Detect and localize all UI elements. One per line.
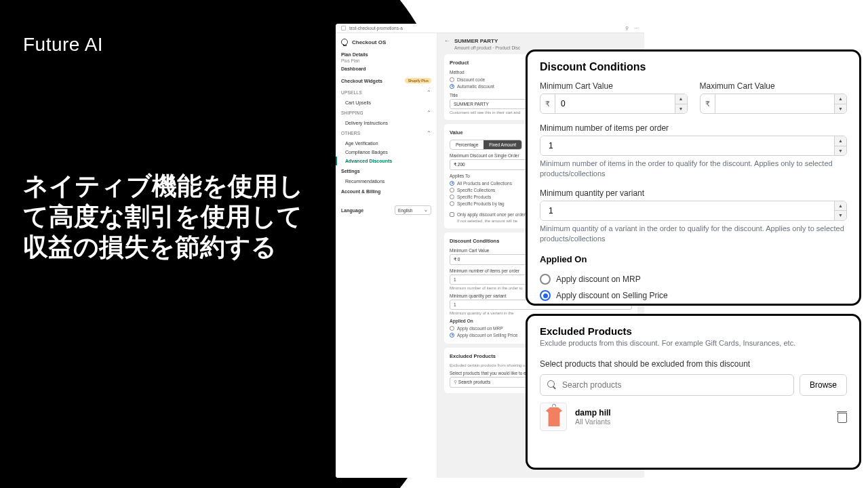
min-items-input[interactable]: ▲▼ bbox=[540, 136, 847, 156]
sidebar-item-recommendations[interactable]: Recommendations bbox=[341, 177, 431, 186]
overlay2-title: Excluded Products bbox=[540, 325, 847, 337]
sidebar-plan-sub: Plus Plan bbox=[341, 58, 431, 63]
max-cart-input[interactable]: ₹ ▲▼ bbox=[700, 94, 848, 114]
overlay1-title: Discount Conditions bbox=[540, 61, 847, 73]
select-products-label: Select products that should be excluded … bbox=[540, 359, 847, 369]
product-thumbnail bbox=[540, 403, 567, 431]
plus-badge: Shopify Plus bbox=[405, 78, 431, 83]
step-up-icon[interactable]: ▲ bbox=[835, 136, 846, 146]
radio-apply-selling[interactable]: Apply discount on Selling Price bbox=[540, 287, 847, 304]
sidebar-account[interactable]: Account & Billing bbox=[341, 186, 431, 197]
min-items-label: Minimum number of items per order bbox=[540, 123, 847, 133]
search-products-input[interactable] bbox=[540, 374, 794, 396]
group-others[interactable]: OTHERS⌃ bbox=[341, 127, 431, 139]
sidebar-settings[interactable]: Settings bbox=[341, 165, 431, 177]
min-cart-label: Minimum Cart Value bbox=[540, 81, 688, 91]
bulb-icon bbox=[341, 39, 348, 45]
step-down-icon[interactable]: ▼ bbox=[675, 104, 687, 114]
store-icon bbox=[341, 26, 346, 30]
product-variants: All Variants bbox=[575, 418, 611, 426]
topbar: test-checkout-promotions-a ⚲⋯ bbox=[336, 24, 644, 33]
page-title: SUMMER PARTY bbox=[454, 38, 498, 44]
sidebar-item-age[interactable]: Age Verification bbox=[341, 139, 431, 148]
max-cart-label: Maximum Cart Value bbox=[700, 81, 848, 91]
back-button[interactable]: ← bbox=[444, 37, 450, 44]
currency-symbol: ₹ bbox=[540, 94, 555, 113]
product-name: damp hill bbox=[575, 408, 611, 418]
radio-apply-mrp[interactable]: Apply discount on MRP bbox=[540, 271, 847, 287]
breadcrumb[interactable]: test-checkout-promotions-a bbox=[349, 26, 403, 30]
group-shipping[interactable]: SHIPPING⌃ bbox=[341, 107, 431, 119]
chevron-up-icon: ⌃ bbox=[427, 89, 431, 96]
min-items-hint: Minimum number of items in the order to … bbox=[540, 159, 847, 179]
sidebar-item-advanced-discounts[interactable]: Advanced Discounts bbox=[336, 157, 431, 165]
brand-title: Future AI bbox=[23, 34, 316, 56]
language-select[interactable]: English⌄ bbox=[395, 205, 431, 215]
trash-icon[interactable] bbox=[837, 411, 847, 422]
min-cart-field[interactable] bbox=[555, 94, 675, 113]
sidebar-item-compliance[interactable]: Compliance Badges bbox=[341, 148, 431, 157]
sidebar-item-delivery[interactable]: Delivery Instructions bbox=[341, 119, 431, 127]
max-cart-field[interactable] bbox=[715, 94, 835, 113]
hero-tagline: ネイティブ機能を使用して高度な割引を使用して収益の損失を節約する bbox=[23, 171, 316, 262]
step-up-icon[interactable]: ▲ bbox=[835, 94, 846, 104]
excluded-product-row: damp hill All Variants bbox=[540, 403, 847, 431]
chevron-down-icon: ⌄ bbox=[424, 207, 428, 213]
sidebar-widgets[interactable]: Checkout WidgetsShopify Plus bbox=[341, 75, 431, 87]
step-down-icon[interactable]: ▼ bbox=[835, 104, 846, 114]
sidebar-dashboard[interactable]: Dashboard bbox=[341, 63, 431, 75]
browse-button[interactable]: Browse bbox=[800, 374, 847, 396]
chevron-up-icon: ⌃ bbox=[427, 110, 431, 116]
min-qty-hint: Minimum quantity of a variant in the ord… bbox=[540, 224, 847, 244]
currency-symbol: ₹ bbox=[701, 94, 715, 113]
app-name: Checkout OS bbox=[352, 39, 386, 45]
min-qty-field[interactable] bbox=[540, 201, 834, 220]
group-upsells[interactable]: UPSELLS⌃ bbox=[341, 87, 431, 98]
chevron-up-icon: ⌃ bbox=[427, 130, 431, 136]
value-segment[interactable]: PercentageFixed Amount bbox=[450, 140, 522, 150]
mic-icon[interactable]: ⚲ bbox=[625, 26, 629, 31]
step-down-icon[interactable]: ▼ bbox=[835, 146, 846, 156]
search-field[interactable] bbox=[562, 380, 787, 390]
min-items-field[interactable] bbox=[540, 136, 834, 155]
language-label: Language bbox=[341, 208, 363, 213]
step-up-icon[interactable]: ▲ bbox=[675, 94, 687, 104]
min-qty-input[interactable]: ▲▼ bbox=[540, 201, 847, 221]
sidebar: Checkout OS Plan Details Plus Plan Dashb… bbox=[336, 33, 437, 478]
more-icon[interactable]: ⋯ bbox=[634, 26, 639, 31]
applied-on-heading: Applied On bbox=[540, 254, 847, 264]
min-qty-label: Minimum quantity per variant bbox=[540, 188, 847, 198]
min-cart-input[interactable]: ₹ ▲▼ bbox=[540, 94, 688, 114]
step-down-icon[interactable]: ▼ bbox=[835, 211, 846, 220]
sidebar-plan-title[interactable]: Plan Details bbox=[341, 52, 431, 57]
discount-conditions-overlay: Discount Conditions Minimum Cart Value ₹… bbox=[526, 49, 861, 306]
sidebar-item-cart-upsells[interactable]: Cart Upsells bbox=[341, 98, 431, 107]
search-icon bbox=[547, 380, 557, 390]
overlay2-subtitle: Exclude products from this discount. For… bbox=[540, 339, 847, 347]
step-up-icon[interactable]: ▲ bbox=[835, 201, 846, 211]
excluded-products-overlay: Excluded Products Exclude products from … bbox=[526, 314, 861, 470]
